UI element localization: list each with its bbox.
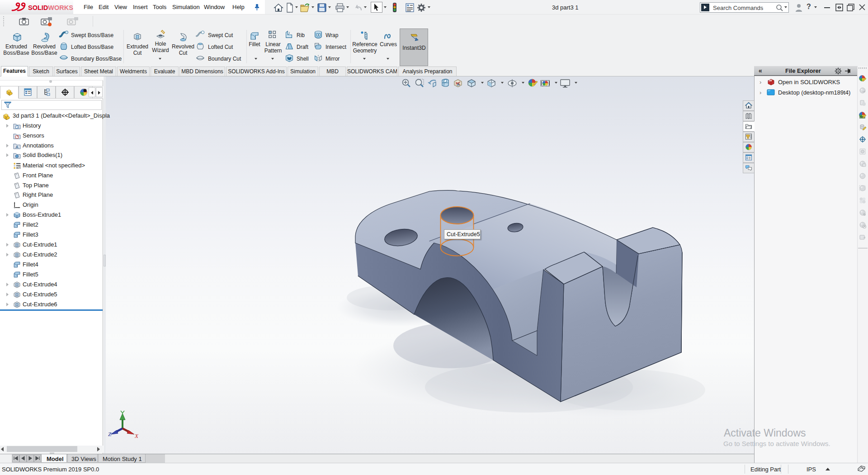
svg-text:X: X — [134, 432, 139, 439]
svg-text:SOLIDWORKS: SOLIDWORKS — [28, 4, 73, 11]
svg-text:SW: SW — [769, 80, 772, 82]
svg-text:A: A — [15, 145, 19, 149]
svg-text:A: A — [457, 82, 460, 87]
svg-text:Z: Z — [108, 431, 112, 437]
